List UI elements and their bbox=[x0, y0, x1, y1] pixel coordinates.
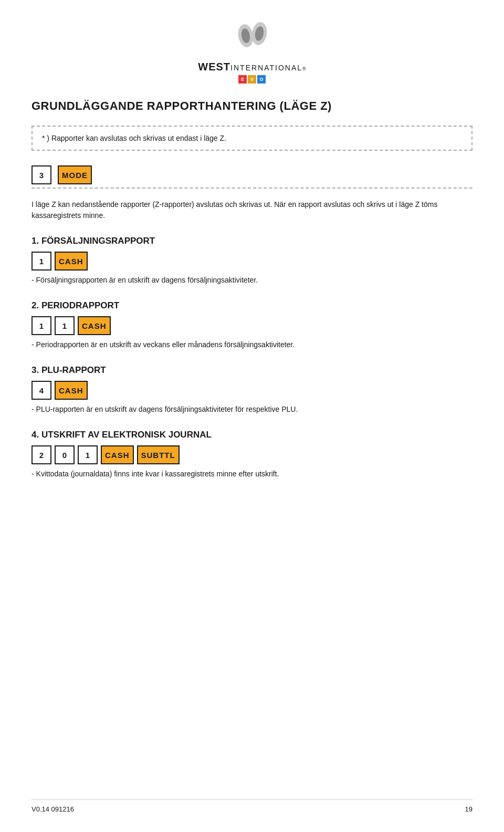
key-4-plu: 4 bbox=[32, 381, 51, 400]
key-1-journal: 1 bbox=[78, 445, 98, 464]
section-plu-desc: - PLU-rapporten är en utskrift av dagens… bbox=[32, 404, 472, 415]
key-cash-journal: CASH bbox=[101, 445, 134, 464]
logo-container: WEST INTERNATIONAL ® E V O bbox=[198, 21, 306, 84]
section-journal: 4. UTSKRIFT AV ELEKTRONISK JOURNAL 2 0 1… bbox=[32, 430, 472, 480]
logo-box-o: O bbox=[257, 75, 266, 84]
key-cash-period: CASH bbox=[78, 316, 111, 335]
section-journal-keys: 2 0 1 CASH SUBTTL bbox=[32, 445, 472, 464]
mode-row: 3 MODE bbox=[32, 165, 472, 184]
note-text: * ) Rapporter kan avslutas och skrivas u… bbox=[42, 134, 226, 142]
mode-description: I läge Z kan nedanstående rapporter (Z-r… bbox=[32, 199, 472, 221]
section-forsaljning: 1. FÖRSÄLJNINGSRAPPORT 1 CASH - Försäljn… bbox=[32, 236, 472, 286]
logo-box-v: V bbox=[248, 75, 256, 84]
logo-international: INTERNATIONAL bbox=[230, 64, 302, 72]
section-forsaljning-header: 1. FÖRSÄLJNINGSRAPPORT bbox=[32, 236, 472, 246]
mode-label-key: MODE bbox=[58, 165, 92, 184]
logo-trademark: ® bbox=[302, 66, 306, 71]
mode-label-text: MODE bbox=[62, 171, 88, 180]
page: WEST INTERNATIONAL ® E V O GRUNDLÄGGANDE… bbox=[0, 0, 504, 832]
key-2-journal: 2 bbox=[32, 445, 51, 464]
section-journal-header: 4. UTSKRIFT AV ELEKTRONISK JOURNAL bbox=[32, 430, 472, 440]
key-1b-period: 1 bbox=[55, 316, 75, 335]
section-period-desc: - Periodrapporten är en utskrift av veck… bbox=[32, 339, 472, 350]
section-plu-header: 3. PLU-RAPPORT bbox=[32, 365, 472, 376]
mode-number-key: 3 bbox=[32, 165, 51, 184]
key-0-journal: 0 bbox=[55, 445, 75, 464]
west-logo-icon bbox=[231, 21, 273, 58]
section-plu-keys: 4 CASH bbox=[32, 381, 472, 400]
section-period-keys: 1 1 CASH bbox=[32, 316, 472, 335]
key-subttl-journal: SUBTTL bbox=[137, 445, 180, 464]
note-box: * ) Rapporter kan avslutas och skrivas u… bbox=[32, 126, 472, 151]
key-cash-forsaljning: CASH bbox=[55, 252, 88, 271]
section-forsaljning-keys: 1 CASH bbox=[32, 252, 472, 271]
section-period: 2. PERIODRAPPORT 1 1 CASH - Periodrappor… bbox=[32, 300, 472, 350]
footer-page: 19 bbox=[465, 805, 472, 813]
section-journal-desc: - Kvittodata (journaldata) finns inte kv… bbox=[32, 469, 472, 480]
key-1a-period: 1 bbox=[32, 316, 51, 335]
footer-version: V0.14 091216 bbox=[32, 805, 74, 813]
page-title: GRUNDLÄGGANDE RAPPORTHANTERING (LÄGE Z) bbox=[32, 99, 472, 113]
section-plu: 3. PLU-RAPPORT 4 CASH - PLU-rapporten är… bbox=[32, 365, 472, 415]
key-cash-plu: CASH bbox=[55, 381, 88, 400]
mode-divider bbox=[32, 188, 472, 189]
logo-west: WEST bbox=[198, 61, 230, 73]
logo-colored-boxes: E V O bbox=[238, 75, 266, 84]
section-period-header: 2. PERIODRAPPORT bbox=[32, 300, 472, 311]
key-1-forsaljning: 1 bbox=[32, 252, 51, 271]
section-forsaljning-desc: - Försäljningsrapporten är en utskrift a… bbox=[32, 275, 472, 286]
logo-area: WEST INTERNATIONAL ® E V O bbox=[32, 21, 472, 84]
logo-box-e: E bbox=[238, 75, 247, 84]
footer: V0.14 091216 19 bbox=[32, 799, 472, 813]
logo-text: WEST INTERNATIONAL ® bbox=[198, 61, 306, 73]
